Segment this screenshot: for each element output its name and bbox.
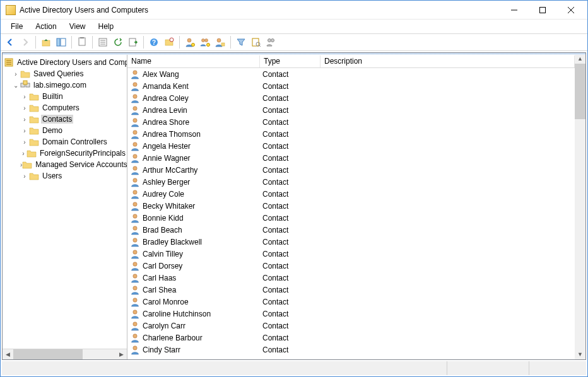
show-hide-tree-button[interactable] xyxy=(54,35,68,49)
refresh-button[interactable] xyxy=(111,35,125,49)
tree-node[interactable]: ›Contacts xyxy=(3,113,127,125)
list-item[interactable]: Carolyn CarrContact xyxy=(127,320,575,332)
export-list-button[interactable] xyxy=(126,35,140,49)
list-item[interactable]: Becky WhitakerContact xyxy=(127,200,575,212)
folder-icon xyxy=(26,148,37,158)
tree-node[interactable]: ›Users xyxy=(3,170,127,182)
svg-point-35 xyxy=(133,166,137,170)
new-group-button[interactable] xyxy=(198,35,212,49)
list-item[interactable]: Carl HaasContact xyxy=(127,272,575,284)
column-type[interactable]: Type xyxy=(260,55,320,67)
tree-horizontal-scrollbar[interactable]: ◀ ▶ xyxy=(3,349,127,359)
contact-icon xyxy=(130,237,140,247)
list-item[interactable]: Andrea ShoreContact xyxy=(127,116,575,128)
contact-icon xyxy=(130,261,140,271)
minimize-button[interactable] xyxy=(500,1,528,19)
tree-node[interactable]: ›Saved Queries xyxy=(3,68,127,79)
new-container-button[interactable] xyxy=(162,35,176,49)
list-item[interactable]: Carl DorseyContact xyxy=(127,260,575,272)
svg-point-36 xyxy=(133,178,137,182)
twist-icon[interactable]: › xyxy=(20,139,29,146)
menu-action[interactable]: Action xyxy=(29,21,62,32)
contact-icon xyxy=(130,321,140,331)
advanced-button[interactable] xyxy=(264,35,278,49)
list-item[interactable]: Bonnie KiddContact xyxy=(127,212,575,224)
twist-icon[interactable]: › xyxy=(20,127,29,134)
twist-icon[interactable]: › xyxy=(20,116,29,123)
tree-node[interactable]: ›Domain Controllers xyxy=(3,136,127,148)
tree-node[interactable]: ›Managed Service Accounts xyxy=(3,159,127,170)
column-description[interactable]: Description xyxy=(320,55,575,67)
list-item[interactable]: Andrea ColeyContact xyxy=(127,92,575,104)
contact-icon xyxy=(130,285,140,295)
list-item-name: Andrea Levin xyxy=(143,106,262,115)
list-item[interactable]: Ashley BergerContact xyxy=(127,176,575,188)
close-button[interactable] xyxy=(556,1,585,19)
list-item[interactable]: Caroline HutchinsonContact xyxy=(127,308,575,320)
status-cell xyxy=(2,361,447,375)
tree-pane: Active Directory Users and Computers›Sav… xyxy=(3,53,127,359)
find-button[interactable] xyxy=(249,35,263,49)
add-to-group-button[interactable] xyxy=(213,35,227,49)
forward-button[interactable] xyxy=(18,35,32,49)
list-item[interactable]: Charlene BarbourContact xyxy=(127,332,575,344)
help-button[interactable]: ? xyxy=(147,35,161,49)
twist-icon[interactable]: › xyxy=(20,105,29,112)
list-item[interactable]: Angela HesterContact xyxy=(127,140,575,152)
back-button[interactable] xyxy=(3,35,17,49)
column-name[interactable]: Name xyxy=(127,55,260,67)
tree-node[interactable]: ›Demo xyxy=(3,125,127,136)
cut-button[interactable] xyxy=(75,35,89,49)
menu-help[interactable]: Help xyxy=(92,21,121,32)
menu-file[interactable]: File xyxy=(4,21,29,32)
tree-root[interactable]: Active Directory Users and Computers xyxy=(3,57,127,68)
list-item[interactable]: Calvin TilleyContact xyxy=(127,248,575,260)
scroll-thumb[interactable] xyxy=(575,64,585,119)
properties-button[interactable] xyxy=(96,35,110,49)
list-item[interactable]: Amanda KentContact xyxy=(127,80,575,92)
twist-icon[interactable]: › xyxy=(20,173,29,180)
list-item[interactable]: Annie WagnerContact xyxy=(127,152,575,164)
tree-node[interactable]: ›Computers xyxy=(3,102,127,113)
list-vertical-scrollbar[interactable]: ▲ ▼ xyxy=(575,53,585,359)
scroll-down-arrow-icon[interactable]: ▼ xyxy=(575,349,585,359)
tree-node[interactable]: ⌄lab.simego.com xyxy=(3,79,127,91)
list-item[interactable]: Carol MonroeContact xyxy=(127,296,575,308)
twist-icon[interactable]: › xyxy=(11,71,20,78)
list-item[interactable]: Andrea LevinContact xyxy=(127,104,575,116)
list-item-type: Contact xyxy=(262,130,323,139)
scroll-thumb[interactable] xyxy=(13,349,83,359)
svg-point-27 xyxy=(133,70,137,74)
new-user-button[interactable] xyxy=(183,35,197,49)
scroll-up-arrow-icon[interactable]: ▲ xyxy=(575,53,585,64)
twist-icon[interactable]: › xyxy=(20,93,29,100)
toolbar-separator xyxy=(35,36,36,49)
list-item[interactable]: Andrea ThomsonContact xyxy=(127,128,575,140)
list-body[interactable]: Alex WangContactAmanda KentContactAndrea… xyxy=(127,68,575,359)
list-item[interactable]: Cindy StarrContact xyxy=(127,344,575,356)
list-item[interactable]: Alex WangContact xyxy=(127,68,575,80)
list-item[interactable]: Carl SheaContact xyxy=(127,284,575,296)
contact-icon xyxy=(130,81,140,91)
contact-icon xyxy=(130,213,140,223)
list-item[interactable]: Audrey ColeContact xyxy=(127,188,575,200)
scroll-left-arrow-icon[interactable]: ◀ xyxy=(3,349,13,359)
list-item[interactable]: Bradley BlackwellContact xyxy=(127,236,575,248)
menu-view[interactable]: View xyxy=(63,21,92,32)
list-item[interactable]: Arthur McCarthyContact xyxy=(127,164,575,176)
twist-icon[interactable]: › xyxy=(20,150,26,157)
contact-icon xyxy=(130,189,140,199)
maximize-button[interactable] xyxy=(528,1,556,19)
scroll-right-arrow-icon[interactable]: ▶ xyxy=(116,349,127,359)
filter-button[interactable] xyxy=(234,35,248,49)
list-item-type: Contact xyxy=(262,262,323,270)
list-item-type: Contact xyxy=(262,214,323,223)
toolbar-separator xyxy=(71,36,72,49)
svg-point-31 xyxy=(133,118,137,122)
list-item[interactable]: Brad BeachContact xyxy=(127,224,575,236)
tree-node[interactable]: ›ForeignSecurityPrincipals xyxy=(3,148,127,159)
up-button[interactable] xyxy=(39,35,53,49)
folder-icon xyxy=(20,69,30,79)
twist-icon[interactable]: ⌄ xyxy=(11,82,20,89)
tree-node[interactable]: ›Builtin xyxy=(3,91,127,102)
